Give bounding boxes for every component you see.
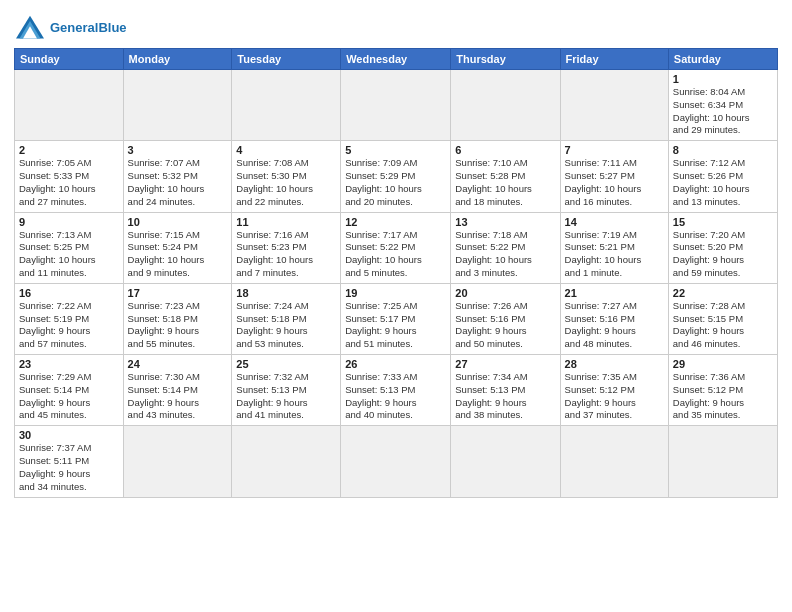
day-number: 29 <box>673 358 773 370</box>
day-info: Sunrise: 7:33 AM Sunset: 5:13 PM Dayligh… <box>345 371 446 422</box>
weekday-header-tuesday: Tuesday <box>232 49 341 70</box>
day-cell-13: 8Sunrise: 7:12 AM Sunset: 5:26 PM Daylig… <box>668 141 777 212</box>
day-cell-15: 10Sunrise: 7:15 AM Sunset: 5:24 PM Dayli… <box>123 212 232 283</box>
day-info: Sunrise: 7:16 AM Sunset: 5:23 PM Dayligh… <box>236 229 336 280</box>
day-cell-19: 14Sunrise: 7:19 AM Sunset: 5:21 PM Dayli… <box>560 212 668 283</box>
day-number: 27 <box>455 358 555 370</box>
weekday-header-friday: Friday <box>560 49 668 70</box>
day-info: Sunrise: 7:09 AM Sunset: 5:29 PM Dayligh… <box>345 157 446 208</box>
logo-blue: Blue <box>98 20 126 35</box>
day-info: Sunrise: 7:24 AM Sunset: 5:18 PM Dayligh… <box>236 300 336 351</box>
day-info: Sunrise: 7:15 AM Sunset: 5:24 PM Dayligh… <box>128 229 228 280</box>
day-info: Sunrise: 7:32 AM Sunset: 5:13 PM Dayligh… <box>236 371 336 422</box>
day-cell-22: 17Sunrise: 7:23 AM Sunset: 5:18 PM Dayli… <box>123 283 232 354</box>
day-cell-41 <box>668 426 777 497</box>
day-cell-37 <box>232 426 341 497</box>
day-number: 24 <box>128 358 228 370</box>
day-cell-11: 6Sunrise: 7:10 AM Sunset: 5:28 PM Daylig… <box>451 141 560 212</box>
week-row-5: 23Sunrise: 7:29 AM Sunset: 5:14 PM Dayli… <box>15 355 778 426</box>
week-row-4: 16Sunrise: 7:22 AM Sunset: 5:19 PM Dayli… <box>15 283 778 354</box>
day-cell-33: 28Sunrise: 7:35 AM Sunset: 5:12 PM Dayli… <box>560 355 668 426</box>
day-number: 28 <box>565 358 664 370</box>
day-number: 4 <box>236 144 336 156</box>
day-cell-24: 19Sunrise: 7:25 AM Sunset: 5:17 PM Dayli… <box>341 283 451 354</box>
day-number: 8 <box>673 144 773 156</box>
weekday-header-sunday: Sunday <box>15 49 124 70</box>
day-cell-6: 1Sunrise: 8:04 AM Sunset: 6:34 PM Daylig… <box>668 70 777 141</box>
day-info: Sunrise: 7:25 AM Sunset: 5:17 PM Dayligh… <box>345 300 446 351</box>
day-cell-1 <box>123 70 232 141</box>
day-info: Sunrise: 7:13 AM Sunset: 5:25 PM Dayligh… <box>19 229 119 280</box>
day-number: 7 <box>565 144 664 156</box>
day-cell-10: 5Sunrise: 7:09 AM Sunset: 5:29 PM Daylig… <box>341 141 451 212</box>
day-number: 3 <box>128 144 228 156</box>
day-cell-9: 4Sunrise: 7:08 AM Sunset: 5:30 PM Daylig… <box>232 141 341 212</box>
day-info: Sunrise: 7:11 AM Sunset: 5:27 PM Dayligh… <box>565 157 664 208</box>
day-cell-17: 12Sunrise: 7:17 AM Sunset: 5:22 PM Dayli… <box>341 212 451 283</box>
day-number: 5 <box>345 144 446 156</box>
day-cell-40 <box>560 426 668 497</box>
day-info: Sunrise: 7:22 AM Sunset: 5:19 PM Dayligh… <box>19 300 119 351</box>
day-cell-27: 22Sunrise: 7:28 AM Sunset: 5:15 PM Dayli… <box>668 283 777 354</box>
day-cell-2 <box>232 70 341 141</box>
logo-general: General <box>50 20 98 35</box>
day-number: 23 <box>19 358 119 370</box>
day-info: Sunrise: 7:29 AM Sunset: 5:14 PM Dayligh… <box>19 371 119 422</box>
day-cell-23: 18Sunrise: 7:24 AM Sunset: 5:18 PM Dayli… <box>232 283 341 354</box>
week-row-1: 1Sunrise: 8:04 AM Sunset: 6:34 PM Daylig… <box>15 70 778 141</box>
day-number: 25 <box>236 358 336 370</box>
day-cell-0 <box>15 70 124 141</box>
day-cell-21: 16Sunrise: 7:22 AM Sunset: 5:19 PM Dayli… <box>15 283 124 354</box>
weekday-header-wednesday: Wednesday <box>341 49 451 70</box>
weekday-header-saturday: Saturday <box>668 49 777 70</box>
day-cell-38 <box>341 426 451 497</box>
day-info: Sunrise: 7:19 AM Sunset: 5:21 PM Dayligh… <box>565 229 664 280</box>
logo-text: GeneralBlue <box>50 20 127 36</box>
day-number: 18 <box>236 287 336 299</box>
day-number: 16 <box>19 287 119 299</box>
day-info: Sunrise: 7:23 AM Sunset: 5:18 PM Dayligh… <box>128 300 228 351</box>
day-info: Sunrise: 7:18 AM Sunset: 5:22 PM Dayligh… <box>455 229 555 280</box>
day-cell-29: 24Sunrise: 7:30 AM Sunset: 5:14 PM Dayli… <box>123 355 232 426</box>
logo-icon <box>14 14 46 42</box>
day-number: 17 <box>128 287 228 299</box>
day-number: 12 <box>345 216 446 228</box>
day-number: 2 <box>19 144 119 156</box>
header: GeneralBlue <box>14 10 778 42</box>
day-cell-39 <box>451 426 560 497</box>
calendar-header: SundayMondayTuesdayWednesdayThursdayFrid… <box>15 49 778 70</box>
day-info: Sunrise: 7:12 AM Sunset: 5:26 PM Dayligh… <box>673 157 773 208</box>
weekday-header-monday: Monday <box>123 49 232 70</box>
day-cell-30: 25Sunrise: 7:32 AM Sunset: 5:13 PM Dayli… <box>232 355 341 426</box>
day-cell-32: 27Sunrise: 7:34 AM Sunset: 5:13 PM Dayli… <box>451 355 560 426</box>
week-row-3: 9Sunrise: 7:13 AM Sunset: 5:25 PM Daylig… <box>15 212 778 283</box>
day-info: Sunrise: 7:34 AM Sunset: 5:13 PM Dayligh… <box>455 371 555 422</box>
logo: GeneralBlue <box>14 14 127 42</box>
day-cell-5 <box>560 70 668 141</box>
day-number: 13 <box>455 216 555 228</box>
day-number: 1 <box>673 73 773 85</box>
day-cell-14: 9Sunrise: 7:13 AM Sunset: 5:25 PM Daylig… <box>15 212 124 283</box>
day-number: 15 <box>673 216 773 228</box>
day-number: 11 <box>236 216 336 228</box>
day-cell-25: 20Sunrise: 7:26 AM Sunset: 5:16 PM Dayli… <box>451 283 560 354</box>
day-number: 9 <box>19 216 119 228</box>
day-number: 21 <box>565 287 664 299</box>
day-number: 14 <box>565 216 664 228</box>
week-row-2: 2Sunrise: 7:05 AM Sunset: 5:33 PM Daylig… <box>15 141 778 212</box>
day-info: Sunrise: 7:26 AM Sunset: 5:16 PM Dayligh… <box>455 300 555 351</box>
day-cell-7: 2Sunrise: 7:05 AM Sunset: 5:33 PM Daylig… <box>15 141 124 212</box>
day-info: Sunrise: 7:07 AM Sunset: 5:32 PM Dayligh… <box>128 157 228 208</box>
day-info: Sunrise: 8:04 AM Sunset: 6:34 PM Dayligh… <box>673 86 773 137</box>
day-cell-34: 29Sunrise: 7:36 AM Sunset: 5:12 PM Dayli… <box>668 355 777 426</box>
day-number: 30 <box>19 429 119 441</box>
day-info: Sunrise: 7:30 AM Sunset: 5:14 PM Dayligh… <box>128 371 228 422</box>
day-cell-8: 3Sunrise: 7:07 AM Sunset: 5:32 PM Daylig… <box>123 141 232 212</box>
day-info: Sunrise: 7:20 AM Sunset: 5:20 PM Dayligh… <box>673 229 773 280</box>
day-cell-26: 21Sunrise: 7:27 AM Sunset: 5:16 PM Dayli… <box>560 283 668 354</box>
day-cell-3 <box>341 70 451 141</box>
day-cell-20: 15Sunrise: 7:20 AM Sunset: 5:20 PM Dayli… <box>668 212 777 283</box>
day-cell-16: 11Sunrise: 7:16 AM Sunset: 5:23 PM Dayli… <box>232 212 341 283</box>
day-info: Sunrise: 7:28 AM Sunset: 5:15 PM Dayligh… <box>673 300 773 351</box>
day-cell-31: 26Sunrise: 7:33 AM Sunset: 5:13 PM Dayli… <box>341 355 451 426</box>
